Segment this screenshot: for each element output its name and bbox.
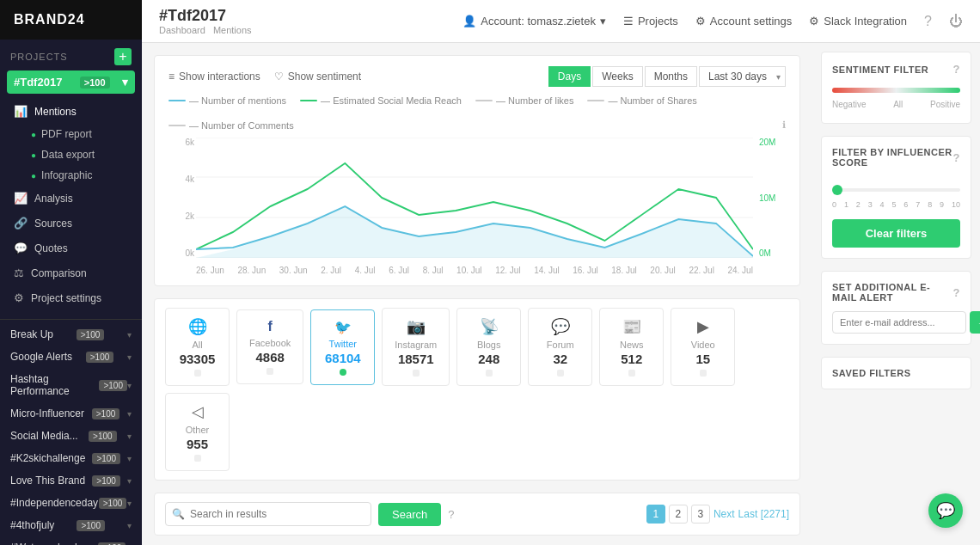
account-menu[interactable]: 👤 Account: tomasz.zietek ▾ [462,15,606,28]
influencer-help-icon[interactable]: ? [953,151,960,164]
source-twitter[interactable]: 🐦 Twitter 68104 [310,309,375,385]
news-icon: 📰 [612,317,651,336]
x-label: 8. Jul [423,266,444,275]
show-sentiment-button[interactable]: ♡ Show sentiment [274,70,361,83]
chart-yaxis-left: 6k 4k 2k 0k [168,138,194,258]
source-facebook[interactable]: f Facebook 4868 [236,309,303,384]
list-item[interactable]: Break Up >100 ▾ [0,323,142,346]
influencer-thumb[interactable] [832,185,842,195]
sentiment-filter-label: SENTIMENT FILTER [832,64,928,75]
project-badge: >100 [92,475,120,487]
sidebar-item-infographic[interactable]: ● Infographic [0,165,142,186]
sidebar-item-data-export[interactable]: ● Data export [0,144,142,165]
account-settings-link[interactable]: ⚙ Account settings [695,15,792,28]
source-news[interactable]: 📰 News 512 [599,308,664,386]
legend-likes-label: — Number of likes [496,95,573,106]
email-send-button[interactable]: → [970,311,980,334]
list-item[interactable]: Love This Brand >100 ▾ [0,469,142,492]
search-button[interactable]: Search [378,503,441,526]
show-sentiment-label: Show sentiment [288,70,361,83]
list-item[interactable]: #K2skichallenge >100 ▾ [0,447,142,469]
globe-icon: 🌐 [178,317,217,336]
x-label: 6. Jul [389,266,409,275]
project-badge: >100 [86,352,114,363]
settings-icon: ⚙ [14,291,24,304]
chat-bubble[interactable]: 💬 [928,493,963,528]
source-name-news: News [612,340,651,350]
list-item[interactable]: Google Alerts >100 ▾ [0,346,142,368]
search-input[interactable] [165,502,371,526]
project-badge: >100 [77,329,105,340]
sidebar-item-mentions[interactable]: 📊 Mentions [0,99,142,124]
page-title: #Tdf2017 [159,7,257,25]
page-2[interactable]: 2 [669,505,688,524]
list-item[interactable]: #4thofjuly >100 ▾ [0,514,142,536]
source-all[interactable]: 🌐 All 93305 [165,308,230,386]
page-1[interactable]: 1 [646,505,665,524]
source-instagram[interactable]: 📷 Instagram 18571 [382,308,450,386]
influencer-slider[interactable]: 0 1 2 3 4 5 6 7 8 9 10 [832,176,960,212]
chevron-icon: ▾ [127,330,132,340]
sidebar-item-label: Mentions [34,106,77,118]
source-forum[interactable]: 💬 Forum 32 [528,308,592,386]
list-item[interactable]: Social Media... >100 ▾ [0,425,142,447]
last-label[interactable]: Last [2271] [738,508,789,520]
breadcrumb-dashboard[interactable]: Dashboard [159,25,205,35]
sidebar-item-analysis[interactable]: 📈 Analysis [0,186,142,211]
email-input[interactable] [832,311,966,334]
right-panel: SENTIMENT FILTER ? Negative All Positive… [812,43,980,545]
dot-icon: ● [31,171,36,181]
sidebar-item-label: Project settings [31,292,101,304]
source-section: 🌐 All 93305 f Facebook 4868 🐦 Twitter 68… [154,298,800,481]
weeks-button[interactable]: Weeks [592,66,642,87]
days-button[interactable]: Days [548,66,591,87]
clear-filters-button[interactable]: Clear filters [832,219,960,248]
next-label[interactable]: Next [714,508,735,520]
power-icon[interactable]: ⏻ [949,14,963,29]
breadcrumb-mentions[interactable]: Mentions [213,25,252,35]
sidebar-item-pdf-report[interactable]: ● PDF report [0,124,142,144]
sentiment-slider[interactable]: Negative All Positive [832,84,960,113]
score-3: 3 [868,200,873,209]
sidebar-item-project-settings[interactable]: ⚙ Project settings [0,285,142,310]
legend-comments: — Number of Comments [168,119,294,131]
projects-menu[interactable]: ☰ Projects [623,15,678,28]
show-interactions-label: Show interactions [179,70,260,83]
info-icon[interactable]: ℹ [782,119,786,131]
list-item[interactable]: Micro-Influencer >100 ▾ [0,402,142,425]
sidebar-item-label: Quotes [34,242,68,254]
slack-integration-link[interactable]: ⚙ Slack Integration [809,15,907,28]
sidebar-sub-label: PDF report [41,128,92,140]
topbar: #Tdf2017 Dashboard Mentions 👤 Account: t… [142,0,980,43]
show-interactions-button[interactable]: ≡ Show interactions [168,70,260,83]
help-icon[interactable]: ? [924,14,932,29]
source-video[interactable]: ▶ Video 15 [671,308,735,386]
source-other[interactable]: ◁ Other 955 [165,393,230,471]
chart-container: 6k 4k 2k 0k 20M 10M 0M [168,138,786,275]
list-item[interactable]: Hashtag Performance >100 ▾ [0,368,142,402]
project-badge: >100 [89,431,117,442]
list-item[interactable]: #Independenceday >100 ▾ [0,492,142,514]
list-icon: ☰ [623,15,634,28]
y-label-4k: 4k [168,175,194,184]
sentiment-help-icon[interactable]: ? [953,63,960,76]
search-help-icon[interactable]: ? [448,508,454,521]
project-badge: >100 [77,520,105,531]
legend-comments-label: — Number of Comments [189,120,294,131]
content-area: ≡ Show interactions ♡ Show sentiment Day… [142,43,980,545]
source-blogs[interactable]: 📡 Blogs 248 [456,308,521,386]
sidebar-item-sources[interactable]: 🔗 Sources [0,211,142,236]
add-project-button[interactable]: + [114,48,132,65]
date-range-select[interactable]: Last 30 days [699,66,786,87]
instagram-icon: 📷 [395,317,437,336]
list-item[interactable]: #Watermelondress >100 ▾ [0,536,142,545]
sidebar-item-comparison[interactable]: ⚖ Comparison [0,260,142,285]
active-project[interactable]: #Tdf2017 >100 ▾ [7,70,135,94]
months-button[interactable]: Months [645,66,697,87]
sidebar-item-quotes[interactable]: 💬 Quotes [0,236,142,260]
email-help-icon[interactable]: ? [953,286,960,299]
email-alert-label: SET ADDITIONAL E-MAIL ALERT [832,282,953,303]
y-label-0m: 0M [759,248,786,258]
sentiment-bar [832,88,960,93]
page-3[interactable]: 3 [691,505,710,524]
